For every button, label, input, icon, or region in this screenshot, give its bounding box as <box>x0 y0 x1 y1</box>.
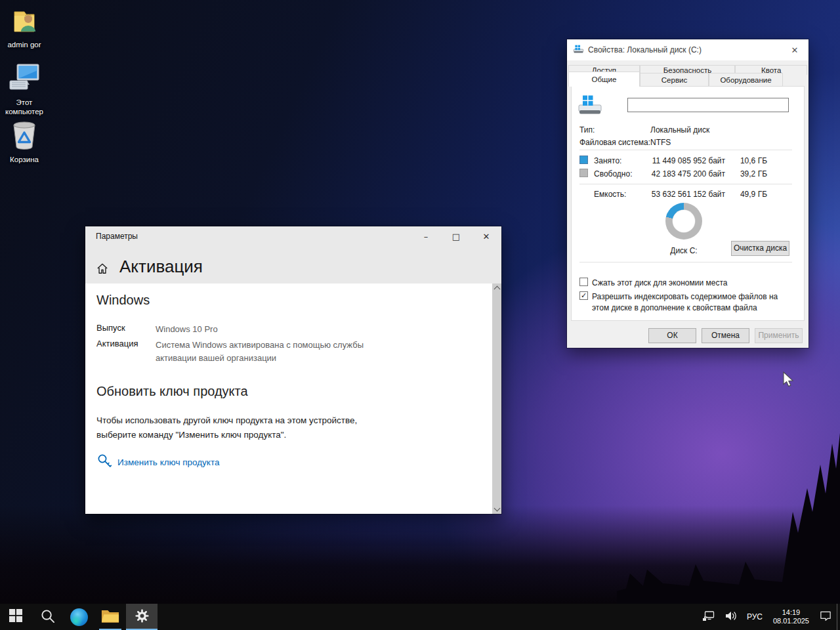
free-label: Свободно: <box>594 169 633 178</box>
search-button[interactable] <box>32 604 63 630</box>
used-gb: 10,6 ГБ <box>729 156 767 165</box>
settings-button[interactable] <box>126 604 158 630</box>
dialog-button-row: ОК Отмена Применить <box>567 322 808 348</box>
product-key-body: Чтобы использовать другой ключ продукта … <box>96 413 385 442</box>
capacity-bytes: 53 632 561 152 байт <box>649 190 725 199</box>
dialog-close-button[interactable]: ✕ <box>786 42 803 58</box>
disk-cleanup-button[interactable]: Очистка диска <box>731 241 789 256</box>
product-key-heading: Обновить ключ продукта <box>96 384 248 399</box>
minimize-button[interactable]: – <box>411 226 441 246</box>
desktop-icon-this-pc[interactable]: Этот компьютер <box>0 63 49 117</box>
divider <box>579 150 792 150</box>
compress-checkbox[interactable] <box>579 278 588 286</box>
free-gb: 39,2 ГБ <box>729 169 767 178</box>
edge-icon <box>70 608 88 626</box>
used-bytes: 11 449 085 952 байт <box>649 156 725 165</box>
disk-usage-donut <box>665 203 702 240</box>
edge-button[interactable] <box>63 604 94 630</box>
dialog-titlebar[interactable]: Свойства: Локальный диск (C:) ✕ <box>567 39 808 60</box>
home-icon[interactable] <box>96 262 108 277</box>
desktop-icon-label: admin gor <box>0 40 49 49</box>
close-button[interactable]: ✕ <box>471 226 501 246</box>
used-legend-swatch <box>579 156 588 164</box>
page-title: Активация <box>119 257 203 277</box>
volume-label-input[interactable] <box>627 98 789 112</box>
computer-icon <box>9 84 40 95</box>
windows-section-heading: Windows <box>96 293 150 308</box>
compress-checkbox-label[interactable]: Сжать этот диск для экономии места <box>592 278 789 289</box>
clock[interactable]: 14:19 08.01.2025 <box>768 608 814 625</box>
drive-icon-small <box>573 45 584 57</box>
scroll-down-icon[interactable] <box>494 505 500 512</box>
gear-icon <box>135 608 150 626</box>
network-tray-button[interactable] <box>698 604 720 630</box>
used-label: Занято: <box>594 156 621 165</box>
desktop-icon-label: Корзина <box>0 155 49 164</box>
tab-general[interactable]: Общие <box>568 72 640 87</box>
apply-button[interactable]: Применить <box>755 328 803 343</box>
window-title: Параметры <box>96 232 138 241</box>
system-tray: РУС 14:19 08.01.2025 <box>698 604 840 630</box>
disk-properties-dialog: Свойства: Локальный диск (C:) ✕ Доступ Б… <box>567 39 808 348</box>
tab-tools[interactable]: Сервис <box>640 73 709 87</box>
change-product-key-link[interactable]: Изменить ключ продукта <box>117 457 219 467</box>
file-explorer-button[interactable] <box>94 604 126 630</box>
dialog-title: Свойства: Локальный диск (C:) <box>588 45 702 54</box>
settings-header: Активация <box>85 246 501 284</box>
disk-label: Диск C: <box>658 246 710 255</box>
action-center-button[interactable] <box>814 604 837 630</box>
scroll-up-icon[interactable] <box>494 286 500 293</box>
action-center-icon <box>819 610 832 624</box>
ok-button[interactable]: ОК <box>648 328 696 343</box>
filesystem-label: Файловая система: <box>579 138 650 147</box>
network-icon <box>702 610 715 624</box>
index-checkbox-label[interactable]: Разрешить индексировать содержимое файло… <box>592 291 788 314</box>
cancel-button[interactable]: Отмена <box>702 328 749 343</box>
settings-window: Параметры – □ ✕ Активация Windows Выпуск… <box>85 226 501 514</box>
drive-icon <box>577 94 603 119</box>
folder-icon <box>101 608 119 626</box>
desktop-icon-admin-gor[interactable]: admin gor <box>0 7 49 49</box>
edition-label: Выпуск <box>96 323 125 333</box>
capacity-label: Емкость: <box>594 190 626 199</box>
desktop-icon-recycle-bin[interactable]: Корзина <box>0 119 49 164</box>
divider <box>579 262 792 262</box>
divider <box>579 184 792 184</box>
taskbar: РУС 14:19 08.01.2025 <box>0 604 840 630</box>
minimize-icon: – <box>424 232 429 242</box>
key-icon <box>96 453 112 471</box>
free-legend-swatch <box>579 169 588 177</box>
settings-titlebar[interactable]: Параметры – □ ✕ <box>85 226 501 246</box>
desktop-icon-label: Этот компьютер <box>0 98 49 117</box>
close-icon: ✕ <box>483 232 490 242</box>
search-icon <box>40 608 55 626</box>
activation-label: Активация <box>96 339 138 348</box>
maximize-icon: □ <box>452 232 460 242</box>
maximize-button[interactable]: □ <box>441 226 471 246</box>
user-folder-icon <box>10 26 39 37</box>
recycle-bin-icon <box>10 141 38 152</box>
window-controls: – □ ✕ <box>411 226 501 246</box>
change-product-key-row[interactable]: Изменить ключ продукта <box>96 453 219 471</box>
language-indicator[interactable]: РУС <box>742 612 768 621</box>
index-checkbox[interactable]: ✓ <box>579 291 588 300</box>
windows-logo-icon <box>9 609 22 625</box>
edition-value: Windows 10 Pro <box>156 323 218 336</box>
show-desktop-button[interactable] <box>837 604 840 630</box>
start-button[interactable] <box>0 604 32 630</box>
clock-date: 08.01.2025 <box>773 617 809 625</box>
close-icon: ✕ <box>791 45 799 55</box>
tab-row-front: Общие Сервис Оборудование <box>568 73 783 87</box>
capacity-gb: 49,9 ГБ <box>729 190 767 199</box>
activation-value: Система Windows активирована с помощью с… <box>156 339 384 365</box>
scrollbar[interactable] <box>492 284 501 514</box>
type-value: Локальный диск <box>650 125 709 135</box>
mouse-cursor <box>782 371 797 391</box>
desktop: admin gor Этот компьютер Корзина <box>0 0 840 630</box>
filesystem-value: NTFS <box>650 138 671 147</box>
clock-time: 14:19 <box>773 608 809 617</box>
volume-tray-button[interactable] <box>720 604 742 630</box>
type-label: Тип: <box>579 125 595 135</box>
tab-hardware[interactable]: Оборудование <box>709 73 783 87</box>
speaker-icon <box>724 610 737 624</box>
